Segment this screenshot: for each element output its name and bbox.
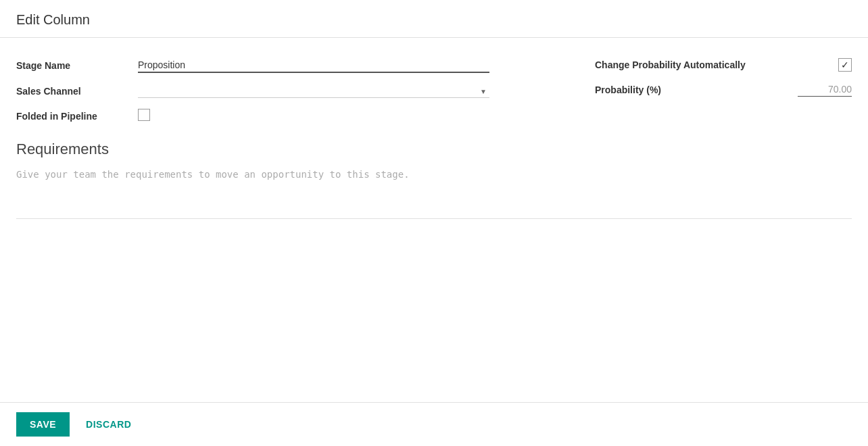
page-wrapper: Edit Column Stage Name Sales Channel	[0, 0, 868, 446]
folded-row: Folded in Pipeline	[16, 109, 568, 123]
page-title: Edit Column	[16, 12, 852, 28]
sales-channel-select-wrapper	[138, 84, 489, 98]
probability-label: Probability (%)	[595, 84, 798, 95]
stage-name-input[interactable]	[138, 58, 489, 73]
requirements-section: Requirements	[16, 141, 852, 219]
requirements-textarea[interactable]	[16, 169, 852, 209]
footer: SAVE DISCARD	[0, 403, 868, 446]
change-prob-field	[838, 58, 852, 72]
folded-checkbox[interactable]	[138, 109, 150, 121]
sales-channel-field	[138, 84, 489, 98]
probability-input[interactable]	[798, 82, 852, 97]
stage-name-row: Stage Name	[16, 58, 568, 73]
two-column-form: Stage Name Sales Channel	[16, 58, 852, 134]
folded-field	[138, 109, 489, 123]
folded-label: Folded in Pipeline	[16, 111, 138, 122]
stage-name-label: Stage Name	[16, 60, 138, 71]
form-area: Stage Name Sales Channel	[0, 38, 868, 402]
stage-name-field	[138, 58, 489, 73]
probability-field	[798, 82, 852, 97]
requirements-divider	[16, 218, 852, 219]
right-column: Change Probability Automatically Probabi…	[595, 58, 852, 134]
sales-channel-label: Sales Channel	[16, 86, 138, 97]
left-column: Stage Name Sales Channel	[16, 58, 568, 134]
sales-channel-row: Sales Channel	[16, 84, 568, 98]
change-prob-row: Change Probability Automatically	[595, 58, 852, 72]
requirements-title: Requirements	[16, 141, 852, 158]
probability-row: Probability (%)	[595, 82, 852, 97]
discard-button[interactable]: DISCARD	[80, 412, 137, 437]
save-button[interactable]: SAVE	[16, 412, 70, 437]
sales-channel-select[interactable]	[138, 84, 489, 98]
change-prob-label: Change Probability Automatically	[595, 59, 838, 70]
page-header: Edit Column	[0, 0, 868, 38]
change-prob-checkbox[interactable]	[838, 58, 852, 72]
